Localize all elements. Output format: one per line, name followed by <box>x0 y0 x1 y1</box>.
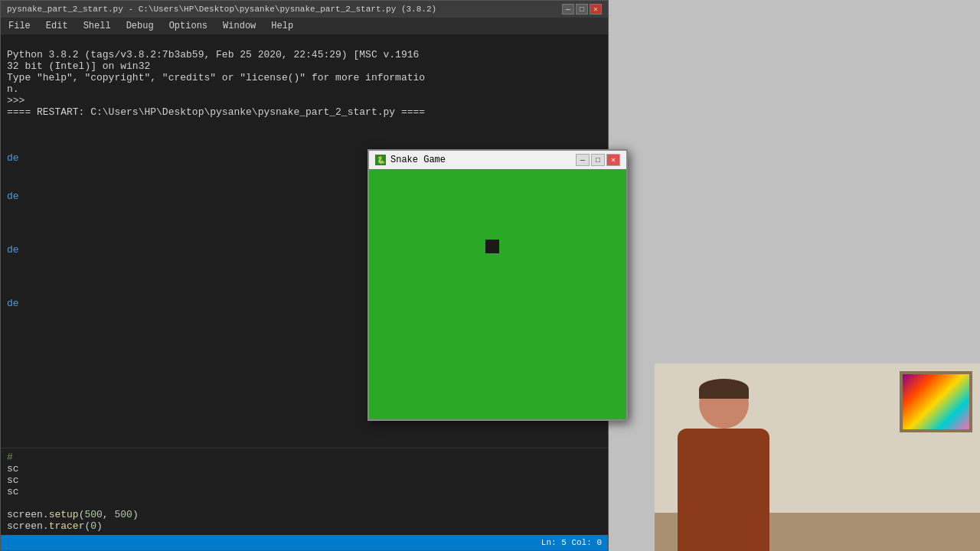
menu-window[interactable]: Window <box>218 19 260 33</box>
snake-close-button[interactable]: ✕ <box>606 154 620 166</box>
code-line-hash: # <box>7 452 602 463</box>
snake-title-bar: 🐍 Snake Game — □ ✕ <box>369 151 626 169</box>
menu-options[interactable]: Options <box>165 19 212 33</box>
shell-line-3: Type "help", "copyright", "credits" or "… <box>7 72 425 83</box>
snake-game-icon: 🐍 <box>375 155 386 165</box>
shell-restart: ==== RESTART: C:\Users\HP\Desktop\pysank… <box>7 106 425 118</box>
shell-prompt: >>> <box>7 95 24 106</box>
editor-title-bar: pysnake_part_2_start.py - C:\Users\HP\De… <box>1 1 608 18</box>
snake-minimize-button[interactable]: — <box>576 154 590 166</box>
snake-window-controls: — □ ✕ <box>576 154 620 166</box>
webcam-video <box>655 364 980 551</box>
close-button[interactable]: ✕ <box>590 4 602 15</box>
code-line-sc3: sc <box>7 486 602 497</box>
menu-shell[interactable]: Shell <box>79 19 116 33</box>
menu-debug[interactable]: Debug <box>122 19 158 33</box>
menu-file[interactable]: File <box>4 19 35 33</box>
code-setup: screen.setup(500, 500) <box>7 509 602 520</box>
code-line-sc1: sc <box>7 463 602 474</box>
menu-help[interactable]: Help <box>266 19 298 33</box>
code-de-4: de <box>7 298 19 309</box>
person-container <box>678 364 769 551</box>
code-de-3: de <box>7 244 19 256</box>
person-hair <box>699 379 749 399</box>
minimize-button[interactable]: — <box>562 4 574 15</box>
snake-head <box>485 240 499 253</box>
snake-maximize-button[interactable]: □ <box>591 154 605 166</box>
shell-line-1: Python 3.8.2 (tags/v3.8.2:7b3ab59, Feb 2… <box>7 49 419 60</box>
maximize-button[interactable]: □ <box>576 4 588 15</box>
editor-title: pysnake_part_2_start.py - C:\Users\HP\De… <box>7 5 436 14</box>
snake-canvas[interactable] <box>369 169 626 419</box>
snake-game-title: Snake Game <box>390 155 446 165</box>
code-de-1: de <box>7 152 19 164</box>
shell-line-4: n. <box>7 83 19 95</box>
code-area[interactable]: # sc sc sc screen.setup(500, 500) screen… <box>1 448 608 535</box>
menu-edit[interactable]: Edit <box>41 19 73 33</box>
webcam-panel <box>655 364 980 551</box>
wall-painting <box>900 371 972 432</box>
shell-line-2: 32 bit (Intel)] on win32 <box>7 60 150 72</box>
snake-game-window: 🐍 Snake Game — □ ✕ <box>368 149 628 421</box>
status-bar: Ln: 5 Col: 0 <box>1 535 608 550</box>
code-tracer: screen.tracer(0) <box>7 520 602 532</box>
editor-window-controls: — □ ✕ <box>562 4 602 15</box>
person-body <box>678 429 769 551</box>
code-line-sc2: sc <box>7 474 602 486</box>
code-de-2: de <box>7 191 19 202</box>
editor-menu-bar: File Edit Shell Debug Options Window Hel… <box>1 18 608 34</box>
person-head <box>699 379 749 429</box>
status-position: Ln: 5 Col: 0 <box>541 538 602 547</box>
